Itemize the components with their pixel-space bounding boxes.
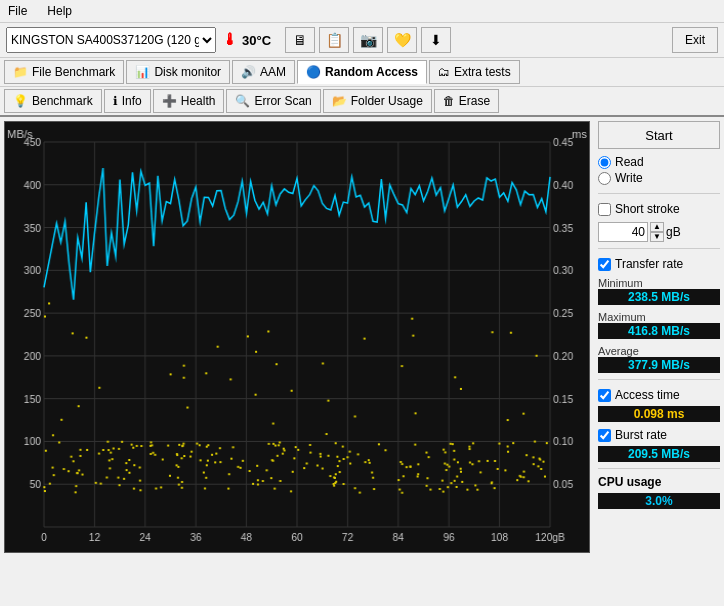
info-icon: ℹ	[113, 94, 118, 108]
tab-file-benchmark[interactable]: 📁 File Benchmark	[4, 60, 124, 84]
maximum-value: 416.8 MB/s	[598, 323, 720, 339]
stroke-value-row: ▲ ▼ gB	[598, 222, 720, 242]
read-radio[interactable]	[598, 156, 611, 169]
file-benchmark-icon: 📁	[13, 65, 28, 79]
chart-container	[4, 121, 590, 553]
tab-health-label: Health	[181, 94, 216, 108]
burst-rate-checkbox[interactable]	[598, 429, 611, 442]
maximum-label: Maximum	[598, 311, 720, 323]
short-stroke-label: Short stroke	[615, 202, 680, 216]
folder-usage-icon: 📂	[332, 94, 347, 108]
tab-info-label: Info	[122, 94, 142, 108]
minimum-value: 238.5 MB/s	[598, 289, 720, 305]
toolbar-btn-3[interactable]: 📷	[353, 27, 383, 53]
tab-benchmark[interactable]: 💡 Benchmark	[4, 89, 102, 113]
average-value: 377.9 MB/s	[598, 357, 720, 373]
read-write-group: Read Write	[598, 153, 720, 187]
tab-extra-tests[interactable]: 🗂 Extra tests	[429, 60, 520, 84]
benchmark-icon: 💡	[13, 94, 28, 108]
transfer-rate-row: Transfer rate	[598, 257, 720, 271]
tab-extra-tests-label: Extra tests	[454, 65, 511, 79]
stroke-spinbox[interactable]	[598, 222, 648, 242]
start-button[interactable]: Start	[598, 121, 720, 149]
menubar: File Help	[0, 0, 724, 23]
tab-disk-monitor-label: Disk monitor	[154, 65, 221, 79]
divider-4	[598, 468, 720, 469]
transfer-rate-label: Transfer rate	[615, 257, 683, 271]
tab-error-scan[interactable]: 🔍 Error Scan	[226, 89, 320, 113]
toolbar-btn-2[interactable]: 📋	[319, 27, 349, 53]
divider-1	[598, 193, 720, 194]
tab-info[interactable]: ℹ Info	[104, 89, 151, 113]
spinbox-down[interactable]: ▼	[650, 232, 664, 242]
main-content: Start Read Write Short stroke ▲ ▼ gB	[0, 117, 724, 557]
tab-folder-usage-label: Folder Usage	[351, 94, 423, 108]
divider-2	[598, 248, 720, 249]
tab-erase[interactable]: 🗑 Erase	[434, 89, 499, 113]
gb-unit-label: gB	[666, 225, 681, 239]
tab-benchmark-label: Benchmark	[32, 94, 93, 108]
minimum-section: Minimum 238.5 MB/s	[598, 277, 720, 305]
toolbar-btn-5[interactable]: ⬇	[421, 27, 451, 53]
menu-file[interactable]: File	[4, 2, 31, 20]
burst-rate-label: Burst rate	[615, 428, 667, 442]
tab-aam-label: AAM	[260, 65, 286, 79]
disk-selector[interactable]: KINGSTON SA400S37120G (120 gB)	[6, 27, 216, 53]
short-stroke-checkbox[interactable]	[598, 203, 611, 216]
tabs-row2: 💡 Benchmark ℹ Info ➕ Health 🔍 Error Scan…	[0, 87, 724, 117]
spinbox-buttons: ▲ ▼	[650, 222, 664, 242]
tab-folder-usage[interactable]: 📂 Folder Usage	[323, 89, 432, 113]
error-scan-icon: 🔍	[235, 94, 250, 108]
disk-monitor-icon: 📊	[135, 65, 150, 79]
read-label: Read	[615, 155, 644, 169]
access-time-checkbox[interactable]	[598, 389, 611, 402]
cpu-usage-label: CPU usage	[598, 475, 720, 489]
write-radio[interactable]	[598, 172, 611, 185]
exit-button[interactable]: Exit	[672, 27, 718, 53]
tab-error-scan-label: Error Scan	[254, 94, 311, 108]
average-section: Average 377.9 MB/s	[598, 345, 720, 373]
burst-rate-value: 209.5 MB/s	[598, 446, 720, 462]
read-radio-row: Read	[598, 155, 720, 169]
extra-tests-icon: 🗂	[438, 65, 450, 79]
health-icon: ➕	[162, 94, 177, 108]
temperature-value: 30°C	[242, 33, 271, 48]
access-time-value: 0.098 ms	[598, 406, 720, 422]
temperature-display: 🌡 30°C	[222, 31, 271, 49]
right-panel: Start Read Write Short stroke ▲ ▼ gB	[594, 117, 724, 557]
maximum-section: Maximum 416.8 MB/s	[598, 311, 720, 339]
random-access-icon: 🔵	[306, 65, 321, 79]
tab-health[interactable]: ➕ Health	[153, 89, 225, 113]
cpu-usage-value: 3.0%	[598, 493, 720, 509]
average-label: Average	[598, 345, 720, 357]
tabs-row1: 📁 File Benchmark 📊 Disk monitor 🔊 AAM 🔵 …	[0, 58, 724, 87]
toolbar: KINGSTON SA400S37120G (120 gB) 🌡 30°C 🖥 …	[0, 23, 724, 58]
short-stroke-row: Short stroke	[598, 202, 720, 216]
erase-icon: 🗑	[443, 94, 455, 108]
transfer-rate-checkbox[interactable]	[598, 258, 611, 271]
burst-rate-row: Burst rate	[598, 428, 720, 442]
tab-disk-monitor[interactable]: 📊 Disk monitor	[126, 60, 230, 84]
access-time-row: Access time	[598, 388, 720, 402]
menu-help[interactable]: Help	[43, 2, 76, 20]
toolbar-btn-1[interactable]: 🖥	[285, 27, 315, 53]
tab-random-access[interactable]: 🔵 Random Access	[297, 60, 427, 84]
thermometer-icon: 🌡	[222, 31, 238, 49]
tab-random-access-label: Random Access	[325, 65, 418, 79]
toolbar-btn-4[interactable]: 💛	[387, 27, 417, 53]
benchmark-chart	[5, 122, 589, 552]
write-radio-row: Write	[598, 171, 720, 185]
tab-file-benchmark-label: File Benchmark	[32, 65, 115, 79]
aam-icon: 🔊	[241, 65, 256, 79]
tab-erase-label: Erase	[459, 94, 490, 108]
spinbox-up[interactable]: ▲	[650, 222, 664, 232]
divider-3	[598, 379, 720, 380]
tab-aam[interactable]: 🔊 AAM	[232, 60, 295, 84]
write-label: Write	[615, 171, 643, 185]
toolbar-icons: 🖥 📋 📷 💛 ⬇	[285, 27, 451, 53]
minimum-label: Minimum	[598, 277, 720, 289]
access-time-label: Access time	[615, 388, 680, 402]
